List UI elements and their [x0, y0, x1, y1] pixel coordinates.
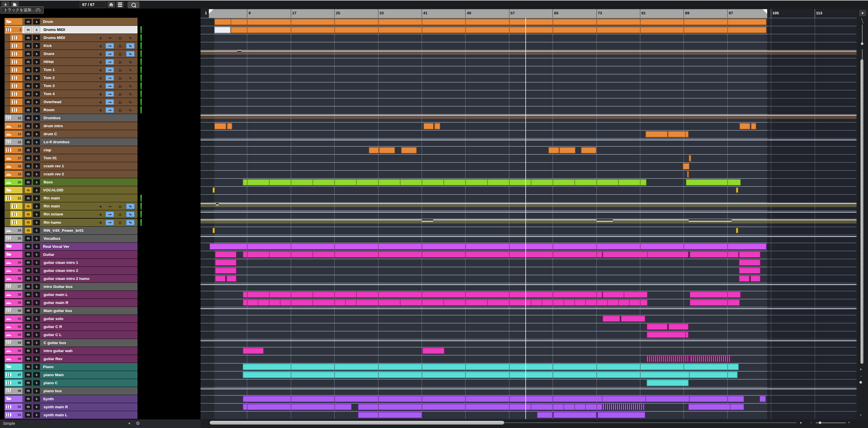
- mute-button[interactable]: m: [25, 404, 32, 410]
- track-row-drums-midi[interactable]: msDrums MIDIe⊸◇∿: [0, 34, 200, 42]
- vzoom-minus-icon[interactable]: −: [860, 374, 862, 378]
- mute-button[interactable]: m: [25, 35, 32, 41]
- track-name[interactable]: Tom 4: [43, 90, 55, 98]
- solo-button[interactable]: s: [33, 340, 40, 346]
- clip-purple[interactable]: [553, 412, 597, 418]
- track-name[interactable]: Real Vocal Ver: [43, 243, 69, 250]
- solo-button[interactable]: s: [33, 83, 40, 89]
- solo-button[interactable]: s: [33, 356, 40, 362]
- track-name[interactable]: Lo-fi drumbus: [43, 138, 70, 146]
- track-name[interactable]: RIN_V4X_Power_br01: [43, 226, 84, 234]
- clip-pink[interactable]: [689, 251, 739, 258]
- solo-button[interactable]: s: [33, 139, 40, 145]
- eq-state-button[interactable]: ∿: [126, 91, 135, 97]
- solo-button[interactable]: s: [33, 19, 40, 25]
- track-type-cell[interactable]: 43: [5, 332, 22, 338]
- track-name[interactable]: Vocalbus: [43, 235, 60, 242]
- clip-pink[interactable]: [243, 251, 602, 258]
- solo-button[interactable]: s: [33, 308, 40, 314]
- edit-channel-button[interactable]: e: [97, 107, 104, 113]
- track-row-guitar-clean-intro-2[interactable]: 35msguitar clean intro 2: [0, 267, 200, 275]
- track-name[interactable]: guitar main L: [43, 291, 68, 299]
- vzoom-plus-icon[interactable]: +: [860, 413, 862, 417]
- track-type-cell[interactable]: 45: [5, 347, 22, 354]
- track-name[interactable]: Piano: [43, 363, 54, 371]
- clip-pink[interactable]: [602, 292, 648, 298]
- track-type-cell[interactable]: [10, 98, 22, 105]
- track-row-guitar-main-l[interactable]: 38msguitar main L: [0, 291, 200, 299]
- automation-curve[interactable]: [200, 51, 237, 52]
- edit-channel-button[interactable]: e: [97, 211, 104, 217]
- track-type-cell[interactable]: 35: [5, 267, 22, 274]
- track-row-tom-01[interactable]: 17msTom 01: [0, 154, 200, 162]
- clip-pink[interactable]: [668, 324, 688, 330]
- track-type-cell[interactable]: 20: [5, 179, 22, 185]
- track-name[interactable]: Main guitar bus: [43, 307, 72, 314]
- edit-channel-button[interactable]: e: [97, 51, 104, 57]
- clip-cyan[interactable]: [647, 379, 689, 386]
- solo-button[interactable]: s: [33, 99, 40, 105]
- track-name[interactable]: guitar clean intro 1: [43, 259, 78, 267]
- mute-button[interactable]: m: [25, 308, 32, 314]
- inserts-state-button[interactable]: ⊸: [105, 220, 114, 225]
- solo-button[interactable]: s: [33, 171, 40, 177]
- automation-curve[interactable]: [433, 219, 596, 220]
- track-name[interactable]: Rin main: [43, 194, 60, 202]
- track-type-cell[interactable]: 50: [5, 404, 22, 410]
- clip-purple[interactable]: [760, 396, 766, 402]
- track-row-guitar-clean-intro-2-hamo[interactable]: 36msguitar clean intro 2 hamo: [0, 275, 200, 283]
- solo-button[interactable]: s: [33, 380, 40, 386]
- clip-purple[interactable]: [597, 412, 645, 418]
- playhead-cursor[interactable]: [525, 18, 526, 419]
- track-row-tom-4[interactable]: msTom 4e⊸◇∿: [0, 90, 200, 98]
- track-row-real-vocal-ver[interactable]: msReal Vocal Ver: [0, 243, 200, 251]
- track-name[interactable]: Drums MIDI: [43, 34, 65, 41]
- track-row-intro-guitar-wah[interactable]: 45msintro guitar wah: [0, 347, 200, 355]
- clip-orange[interactable]: [424, 123, 434, 129]
- mute-button[interactable]: m: [25, 388, 32, 394]
- solo-button[interactable]: s: [33, 251, 40, 257]
- search-button[interactable]: [127, 1, 140, 9]
- track-type-cell[interactable]: 42: [5, 324, 22, 330]
- clip-yellow[interactable]: [736, 187, 738, 193]
- automation-curve[interactable]: [200, 284, 857, 285]
- track-type-cell[interactable]: [5, 243, 22, 250]
- inserts-state-button[interactable]: ⊸: [105, 83, 114, 89]
- clip-orange[interactable]: [739, 123, 750, 129]
- track-type-cell[interactable]: [10, 66, 22, 73]
- track-type-cell[interactable]: [10, 211, 22, 217]
- automation-curve[interactable]: [596, 221, 613, 222]
- track-name[interactable]: Drum: [43, 18, 53, 26]
- mute-button[interactable]: m: [25, 99, 32, 105]
- mute-button[interactable]: m: [25, 147, 32, 153]
- clip-yellow[interactable]: [213, 228, 215, 233]
- clip-pink[interactable]: [739, 251, 761, 258]
- solo-button[interactable]: s: [33, 147, 40, 153]
- track-type-cell[interactable]: 2: [5, 26, 22, 33]
- mute-button[interactable]: m: [25, 115, 32, 121]
- track-type-cell[interactable]: 47: [5, 372, 22, 378]
- sends-state-button[interactable]: ◇: [116, 220, 124, 225]
- clip-purple[interactable]: [358, 404, 602, 410]
- track-row-drums-midi[interactable]: 2msDrums MIDI: [0, 26, 200, 34]
- solo-button[interactable]: s: [33, 43, 40, 49]
- eq-state-button[interactable]: ∿: [126, 59, 135, 65]
- track-type-cell[interactable]: 16: [5, 147, 22, 153]
- automation-curve[interactable]: [200, 212, 857, 213]
- mute-button[interactable]: m: [25, 227, 32, 234]
- edit-channel-button[interactable]: e: [97, 220, 104, 225]
- mute-button[interactable]: m: [25, 131, 32, 137]
- automation-curve[interactable]: [200, 219, 422, 220]
- solo-button[interactable]: s: [33, 195, 40, 201]
- track-name[interactable]: Bass: [43, 178, 53, 186]
- mute-button[interactable]: m: [25, 412, 32, 418]
- clip-orange[interactable]: [214, 123, 226, 129]
- waveform-zoom-knob[interactable]: [861, 42, 863, 45]
- track-name[interactable]: clap: [43, 146, 51, 154]
- mute-button[interactable]: m: [25, 59, 32, 65]
- track-type-cell[interactable]: 37: [5, 283, 22, 290]
- solo-button[interactable]: s: [33, 268, 40, 274]
- track-name[interactable]: Drumbus: [43, 114, 60, 122]
- clip-pink[interactable]: [215, 267, 237, 274]
- clip-pink[interactable]: [602, 251, 689, 258]
